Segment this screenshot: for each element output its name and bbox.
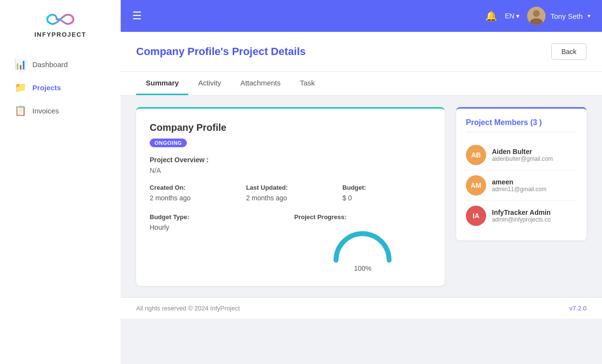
logo-icon	[46, 10, 75, 29]
member-name-am: ameen	[492, 178, 577, 186]
members-panel: Project Members (3 ) AB Aiden Bulter aid…	[456, 107, 587, 240]
topbar-left: ☰	[132, 10, 142, 22]
sidebar-item-label: Invoices	[32, 107, 59, 115]
member-email-ia: admin@infyprojects.co	[492, 216, 577, 223]
budget-type-label: Budget Type:	[150, 213, 287, 221]
invoices-icon: 📋	[14, 105, 27, 116]
gauge-percent: 100%	[354, 265, 371, 272]
member-info-am: ameen admin11@gmail.com	[492, 178, 577, 193]
overview-label: Project Overview :	[150, 156, 431, 164]
progress-label: Project Progress:	[294, 213, 432, 221]
footer-copyright: All rights reserved © 2024 InfyProject	[136, 305, 240, 312]
tab-attachments[interactable]: Attachments	[231, 72, 290, 95]
budget-type-value: Hourly	[150, 224, 287, 231]
project-name: Company Profile	[150, 122, 431, 133]
last-updated-value: 2 months ago	[246, 194, 335, 202]
page-title: Company Profile's Project Details	[136, 45, 306, 58]
content-area: Company Profile's Project Details Back S…	[121, 32, 602, 364]
member-name-ab: Aiden Bulter	[492, 148, 577, 155]
user-chevron-icon: ▾	[588, 13, 590, 19]
meta-grid: Created On: 2 months ago Last Updated: 2…	[150, 184, 431, 202]
sidebar-item-dashboard[interactable]: 📊 Dashboard	[0, 53, 121, 76]
sidebar-logo: INFYPROJECT	[0, 0, 121, 48]
member-avatar-am: AM	[466, 175, 486, 196]
sidebar-item-projects[interactable]: 📁 Projects	[0, 76, 121, 99]
member-name-ia: InfyTracker Admin	[492, 209, 577, 216]
member-item-ia: IA InfyTracker Admin admin@infyprojects.…	[466, 201, 577, 231]
user-avatar	[527, 7, 546, 25]
tabs-container: Summary Activity Attachments Task	[121, 72, 602, 96]
bell-icon[interactable]: 🔔	[485, 10, 497, 22]
sidebar: INFYPROJECT 📊 Dashboard 📁 Projects 📋 Inv…	[0, 0, 121, 364]
members-title: Project Members (3 )	[466, 118, 577, 132]
user-name: Tony Seth	[550, 12, 583, 20]
topbar: ☰ 🔔 EN ▾ Tony Seth ▾	[121, 0, 602, 32]
svg-point-1	[533, 10, 540, 17]
member-info-ab: Aiden Bulter aidenbulter@gmail.com	[492, 148, 577, 162]
tab-summary[interactable]: Summary	[136, 72, 188, 95]
budget-section: Budget: $ 0	[342, 184, 431, 202]
budget-type-section: Budget Type: Hourly Project Progress:	[150, 213, 431, 272]
main-area: ☰ 🔔 EN ▾ Tony Seth ▾	[121, 0, 602, 364]
page-header: Company Profile's Project Details Back	[121, 32, 602, 72]
footer: All rights reserved © 2024 InfyProject v…	[121, 297, 602, 319]
created-on-label: Created On:	[150, 184, 238, 191]
member-email-ab: aidenbulter@gmail.com	[492, 155, 577, 162]
logo-text: INFYPROJECT	[34, 31, 86, 38]
sidebar-item-label: Dashboard	[32, 60, 68, 69]
created-on-section: Created On: 2 months ago	[150, 184, 238, 202]
tab-activity[interactable]: Activity	[188, 72, 231, 95]
last-updated-label: Last Updated:	[246, 184, 335, 191]
sidebar-item-label: Projects	[32, 84, 61, 92]
hamburger-button[interactable]: ☰	[132, 10, 142, 22]
last-updated-section: Last Updated: 2 months ago	[246, 184, 335, 202]
main-content: Company Profile ONGOING Project Overview…	[121, 96, 602, 297]
member-avatar-ia: IA	[466, 206, 486, 226]
created-on-value: 2 months ago	[150, 194, 238, 202]
budget-type: Budget Type: Hourly	[150, 213, 287, 272]
sidebar-nav: 📊 Dashboard 📁 Projects 📋 Invoices	[0, 48, 121, 127]
dashboard-icon: 📊	[14, 58, 27, 70]
back-button[interactable]: Back	[551, 43, 587, 60]
budget-value: $ 0	[342, 194, 431, 202]
member-avatar-ab: AB	[466, 145, 486, 165]
projects-icon: 📁	[14, 82, 27, 93]
tab-task[interactable]: Task	[290, 72, 324, 95]
sidebar-item-invoices[interactable]: 📋 Invoices	[0, 99, 121, 122]
language-selector[interactable]: EN ▾	[505, 12, 519, 20]
gauge-svg	[331, 226, 394, 263]
member-info-ia: InfyTracker Admin admin@infyprojects.co	[492, 209, 577, 223]
budget-label: Budget:	[342, 184, 431, 191]
footer-version: v7.2.0	[570, 305, 587, 312]
progress-gauge: 100%	[294, 226, 432, 272]
lang-label: EN	[505, 12, 514, 20]
overview-value: N/A	[150, 167, 431, 174]
status-badge: ONGOING	[150, 139, 187, 147]
progress-section: Project Progress: 100%	[294, 213, 432, 272]
member-email-am: admin11@gmail.com	[492, 186, 577, 193]
project-card: Company Profile ONGOING Project Overview…	[136, 107, 445, 286]
member-item: AB Aiden Bulter aidenbulter@gmail.com	[466, 140, 577, 170]
lang-chevron-icon: ▾	[516, 12, 519, 20]
member-item-am: AM ameen admin11@gmail.com	[466, 170, 577, 201]
topbar-right: 🔔 EN ▾ Tony Seth ▾	[485, 7, 590, 25]
user-menu[interactable]: Tony Seth ▾	[527, 7, 590, 25]
